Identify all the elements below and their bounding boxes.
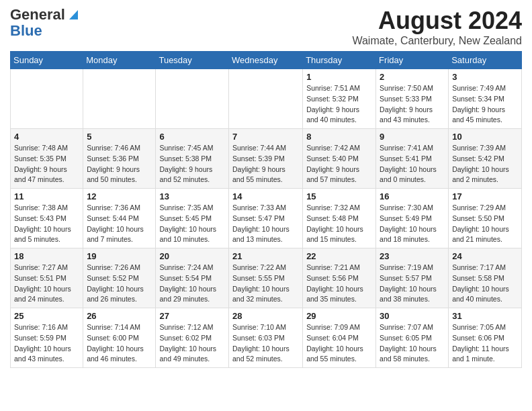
day-number: 17: [452, 191, 518, 201]
day-info: Sunrise: 7:36 AMSunset: 5:44 PMDaylight:…: [87, 203, 152, 245]
weekday-header-wednesday: Wednesday: [229, 52, 303, 69]
weekday-header-saturday: Saturday: [449, 52, 522, 69]
day-number: 9: [380, 132, 445, 142]
day-number: 21: [232, 251, 299, 261]
weekday-header-thursday: Thursday: [303, 52, 376, 69]
logo-general: General: [10, 7, 65, 23]
calendar-cell: 4Sunrise: 7:48 AMSunset: 5:35 PMDaylight…: [11, 129, 83, 189]
calendar-cell: 11Sunrise: 7:38 AMSunset: 5:43 PMDayligh…: [11, 189, 83, 248]
day-info: Sunrise: 7:07 AMSunset: 6:05 PMDaylight:…: [380, 322, 445, 365]
day-number: 16: [380, 191, 445, 201]
calendar-cell: [11, 69, 83, 129]
calendar-cell: 2Sunrise: 7:50 AMSunset: 5:33 PMDaylight…: [376, 69, 449, 129]
day-number: 23: [380, 251, 445, 261]
title-area: August 2024 Waimate, Canterbury, New Zea…: [352, 7, 522, 47]
day-info: Sunrise: 7:21 AMSunset: 5:56 PMDaylight:…: [306, 263, 372, 305]
svg-marker-0: [69, 10, 78, 19]
day-info: Sunrise: 7:26 AMSunset: 5:52 PMDaylight:…: [87, 263, 152, 305]
day-number: 31: [452, 311, 518, 321]
day-number: 5: [87, 132, 152, 142]
day-number: 1: [306, 72, 372, 82]
weekday-header-row: SundayMondayTuesdayWednesdayThursdayFrid…: [11, 52, 522, 69]
day-number: 7: [232, 132, 299, 142]
day-info: Sunrise: 7:50 AMSunset: 5:33 PMDaylight:…: [380, 83, 445, 126]
day-info: Sunrise: 7:12 AMSunset: 6:02 PMDaylight:…: [159, 322, 225, 365]
calendar-body: 1Sunrise: 7:51 AMSunset: 5:32 PMDaylight…: [11, 69, 522, 368]
calendar-cell: 5Sunrise: 7:46 AMSunset: 5:36 PMDaylight…: [83, 129, 156, 189]
day-info: Sunrise: 7:27 AMSunset: 5:51 PMDaylight:…: [14, 263, 79, 305]
calendar-cell: 23Sunrise: 7:19 AMSunset: 5:57 PMDayligh…: [376, 248, 449, 308]
day-number: 18: [14, 251, 79, 261]
day-number: 22: [306, 251, 372, 261]
day-info: Sunrise: 7:33 AMSunset: 5:47 PMDaylight:…: [232, 203, 299, 245]
calendar-cell: 7Sunrise: 7:44 AMSunset: 5:39 PMDaylight…: [229, 129, 303, 189]
calendar-cell: 13Sunrise: 7:35 AMSunset: 5:45 PMDayligh…: [156, 189, 229, 248]
calendar-cell: 25Sunrise: 7:16 AMSunset: 5:59 PMDayligh…: [11, 308, 83, 368]
day-info: Sunrise: 7:17 AMSunset: 5:58 PMDaylight:…: [452, 263, 518, 305]
day-number: 8: [306, 132, 372, 142]
week-row-4: 18Sunrise: 7:27 AMSunset: 5:51 PMDayligh…: [11, 248, 522, 308]
calendar-cell: 3Sunrise: 7:49 AMSunset: 5:34 PMDaylight…: [449, 69, 522, 129]
week-row-1: 1Sunrise: 7:51 AMSunset: 5:32 PMDaylight…: [11, 69, 522, 129]
day-info: Sunrise: 7:39 AMSunset: 5:42 PMDaylight:…: [452, 143, 518, 185]
calendar-cell: 15Sunrise: 7:32 AMSunset: 5:48 PMDayligh…: [303, 189, 376, 248]
day-number: 29: [306, 311, 372, 321]
calendar-cell: 8Sunrise: 7:42 AMSunset: 5:40 PMDaylight…: [303, 129, 376, 189]
calendar-cell: 10Sunrise: 7:39 AMSunset: 5:42 PMDayligh…: [449, 129, 522, 189]
day-info: Sunrise: 7:19 AMSunset: 5:57 PMDaylight:…: [380, 263, 445, 305]
day-info: Sunrise: 7:42 AMSunset: 5:40 PMDaylight:…: [306, 143, 372, 185]
calendar-cell: [83, 69, 156, 129]
calendar-cell: 20Sunrise: 7:24 AMSunset: 5:54 PMDayligh…: [156, 248, 229, 308]
day-info: Sunrise: 7:05 AMSunset: 6:06 PMDaylight:…: [452, 322, 518, 365]
day-info: Sunrise: 7:22 AMSunset: 5:55 PMDaylight:…: [232, 263, 299, 305]
day-number: 26: [87, 311, 152, 321]
day-info: Sunrise: 7:46 AMSunset: 5:36 PMDaylight:…: [87, 143, 152, 185]
calendar-cell: 19Sunrise: 7:26 AMSunset: 5:52 PMDayligh…: [83, 248, 156, 308]
logo: General Blue: [10, 7, 78, 39]
day-info: Sunrise: 7:44 AMSunset: 5:39 PMDaylight:…: [232, 143, 299, 185]
day-number: 13: [159, 191, 225, 201]
day-number: 19: [87, 251, 152, 261]
day-info: Sunrise: 7:16 AMSunset: 5:59 PMDaylight:…: [14, 322, 79, 365]
day-info: Sunrise: 7:49 AMSunset: 5:34 PMDaylight:…: [452, 83, 518, 126]
logo-blue: Blue: [10, 23, 42, 39]
calendar-cell: 6Sunrise: 7:45 AMSunset: 5:38 PMDaylight…: [156, 129, 229, 189]
calendar-cell: 16Sunrise: 7:30 AMSunset: 5:49 PMDayligh…: [376, 189, 449, 248]
calendar-cell: 17Sunrise: 7:29 AMSunset: 5:50 PMDayligh…: [449, 189, 522, 248]
calendar-cell: 14Sunrise: 7:33 AMSunset: 5:47 PMDayligh…: [229, 189, 303, 248]
calendar-cell: 29Sunrise: 7:09 AMSunset: 6:04 PMDayligh…: [303, 308, 376, 368]
calendar-cell: 24Sunrise: 7:17 AMSunset: 5:58 PMDayligh…: [449, 248, 522, 308]
day-number: 25: [14, 311, 79, 321]
calendar-cell: 12Sunrise: 7:36 AMSunset: 5:44 PMDayligh…: [83, 189, 156, 248]
calendar-cell: [229, 69, 303, 129]
day-info: Sunrise: 7:38 AMSunset: 5:43 PMDaylight:…: [14, 203, 79, 245]
calendar-cell: 9Sunrise: 7:41 AMSunset: 5:41 PMDaylight…: [376, 129, 449, 189]
calendar-cell: 22Sunrise: 7:21 AMSunset: 5:56 PMDayligh…: [303, 248, 376, 308]
day-info: Sunrise: 7:30 AMSunset: 5:49 PMDaylight:…: [380, 203, 445, 245]
calendar-table: SundayMondayTuesdayWednesdayThursdayFrid…: [10, 51, 522, 368]
location-title: Waimate, Canterbury, New Zealand: [352, 35, 522, 47]
day-info: Sunrise: 7:51 AMSunset: 5:32 PMDaylight:…: [306, 83, 372, 126]
day-number: 2: [380, 72, 445, 82]
calendar-cell: 30Sunrise: 7:07 AMSunset: 6:05 PMDayligh…: [376, 308, 449, 368]
day-number: 30: [380, 311, 445, 321]
weekday-header-friday: Friday: [376, 52, 449, 69]
day-number: 4: [14, 132, 79, 142]
day-info: Sunrise: 7:14 AMSunset: 6:00 PMDaylight:…: [87, 322, 152, 365]
calendar-cell: 31Sunrise: 7:05 AMSunset: 6:06 PMDayligh…: [449, 308, 522, 368]
calendar-cell: 21Sunrise: 7:22 AMSunset: 5:55 PMDayligh…: [229, 248, 303, 308]
day-number: 24: [452, 251, 518, 261]
day-info: Sunrise: 7:29 AMSunset: 5:50 PMDaylight:…: [452, 203, 518, 245]
day-number: 27: [159, 311, 225, 321]
day-info: Sunrise: 7:48 AMSunset: 5:35 PMDaylight:…: [14, 143, 79, 185]
weekday-header-monday: Monday: [83, 52, 156, 69]
day-number: 15: [306, 191, 372, 201]
calendar-cell: 1Sunrise: 7:51 AMSunset: 5:32 PMDaylight…: [303, 69, 376, 129]
calendar-cell: 28Sunrise: 7:10 AMSunset: 6:03 PMDayligh…: [229, 308, 303, 368]
weekday-header-tuesday: Tuesday: [156, 52, 229, 69]
calendar-cell: [156, 69, 229, 129]
week-row-5: 25Sunrise: 7:16 AMSunset: 5:59 PMDayligh…: [11, 308, 522, 368]
day-number: 20: [159, 251, 225, 261]
day-number: 3: [452, 72, 518, 82]
week-row-2: 4Sunrise: 7:48 AMSunset: 5:35 PMDaylight…: [11, 129, 522, 189]
